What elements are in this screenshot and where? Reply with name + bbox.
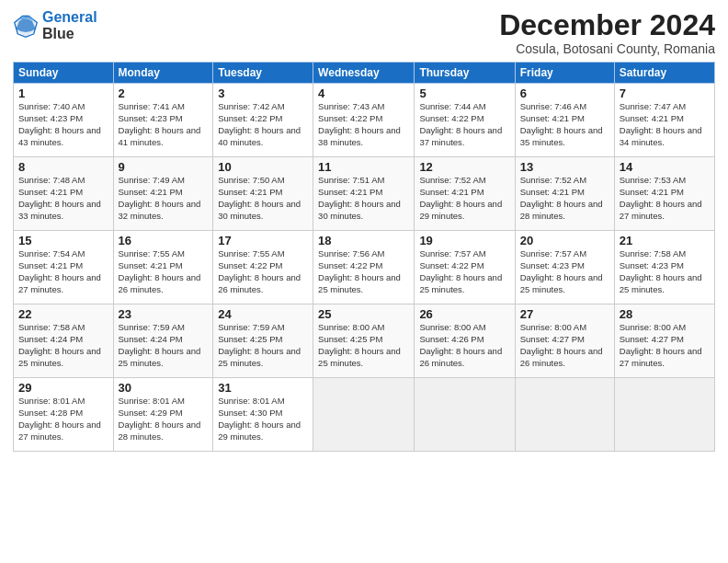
day-info: Sunrise: 7:55 AM Sunset: 4:22 PM Dayligh… — [218, 248, 308, 295]
day-info: Sunrise: 8:00 AM Sunset: 4:26 PM Dayligh… — [419, 322, 509, 369]
header: GeneralBlue December 2024 Cosula, Botosa… — [13, 9, 715, 56]
col-saturday: Saturday — [614, 63, 714, 84]
day-number: 22 — [18, 307, 108, 321]
day-number: 19 — [419, 234, 509, 247]
col-monday: Monday — [113, 63, 213, 84]
day-number: 3 — [218, 86, 308, 100]
day-number: 4 — [318, 86, 409, 100]
col-friday: Friday — [515, 63, 614, 84]
calendar-cell — [515, 378, 614, 452]
day-info: Sunrise: 8:01 AM Sunset: 4:29 PM Dayligh… — [119, 396, 209, 442]
day-number: 20 — [520, 234, 609, 247]
calendar-cell: 15 Sunrise: 7:54 AM Sunset: 4:21 PM Dayl… — [14, 231, 114, 304]
day-number: 2 — [119, 86, 209, 100]
calendar-cell: 17 Sunrise: 7:55 AM Sunset: 4:22 PM Dayl… — [213, 231, 313, 304]
day-number: 27 — [520, 307, 609, 321]
calendar-week-row: 8 Sunrise: 7:48 AM Sunset: 4:21 PM Dayli… — [14, 157, 715, 231]
calendar-week-row: 22 Sunrise: 7:58 AM Sunset: 4:24 PM Dayl… — [14, 304, 715, 378]
calendar-week-row: 15 Sunrise: 7:54 AM Sunset: 4:21 PM Dayl… — [14, 231, 715, 304]
col-tuesday: Tuesday — [213, 63, 313, 84]
calendar-cell: 4 Sunrise: 7:43 AM Sunset: 4:22 PM Dayli… — [313, 84, 415, 157]
calendar-cell: 16 Sunrise: 7:55 AM Sunset: 4:21 PM Dayl… — [113, 231, 213, 304]
day-info: Sunrise: 7:57 AM Sunset: 4:22 PM Dayligh… — [419, 248, 509, 295]
day-number: 13 — [520, 160, 609, 174]
day-info: Sunrise: 7:58 AM Sunset: 4:24 PM Dayligh… — [18, 322, 108, 369]
calendar-cell: 30 Sunrise: 8:01 AM Sunset: 4:29 PM Dayl… — [113, 378, 213, 452]
calendar-cell: 24 Sunrise: 7:59 AM Sunset: 4:25 PM Dayl… — [213, 304, 313, 378]
calendar-cell: 25 Sunrise: 8:00 AM Sunset: 4:25 PM Dayl… — [313, 304, 415, 378]
day-number: 30 — [119, 381, 209, 395]
day-number: 23 — [119, 307, 209, 321]
calendar-cell: 20 Sunrise: 7:57 AM Sunset: 4:23 PM Dayl… — [515, 231, 614, 304]
day-number: 24 — [218, 307, 308, 321]
day-info: Sunrise: 8:00 AM Sunset: 4:25 PM Dayligh… — [318, 322, 409, 369]
calendar-week-row: 29 Sunrise: 8:01 AM Sunset: 4:28 PM Dayl… — [14, 378, 715, 452]
calendar-cell: 12 Sunrise: 7:52 AM Sunset: 4:21 PM Dayl… — [415, 157, 515, 231]
calendar-table: Sunday Monday Tuesday Wednesday Thursday… — [13, 62, 715, 452]
day-info: Sunrise: 7:50 AM Sunset: 4:21 PM Dayligh… — [218, 175, 308, 222]
day-info: Sunrise: 7:59 AM Sunset: 4:24 PM Dayligh… — [119, 322, 209, 369]
day-info: Sunrise: 7:51 AM Sunset: 4:21 PM Dayligh… — [318, 175, 409, 222]
page: GeneralBlue December 2024 Cosula, Botosa… — [0, 0, 728, 563]
day-number: 12 — [419, 160, 509, 174]
calendar-cell: 14 Sunrise: 7:53 AM Sunset: 4:21 PM Dayl… — [614, 157, 714, 231]
calendar-cell: 1 Sunrise: 7:40 AM Sunset: 4:23 PM Dayli… — [14, 84, 114, 157]
logo-icon — [13, 13, 39, 39]
subtitle: Cosula, Botosani County, Romania — [499, 41, 715, 56]
day-info: Sunrise: 7:47 AM Sunset: 4:21 PM Dayligh… — [620, 101, 710, 148]
day-info: Sunrise: 7:56 AM Sunset: 4:22 PM Dayligh… — [318, 248, 409, 295]
day-info: Sunrise: 8:01 AM Sunset: 4:30 PM Dayligh… — [218, 396, 308, 442]
calendar-cell: 13 Sunrise: 7:52 AM Sunset: 4:21 PM Dayl… — [515, 157, 614, 231]
calendar-cell: 21 Sunrise: 7:58 AM Sunset: 4:23 PM Dayl… — [614, 231, 714, 304]
calendar-cell — [614, 378, 714, 452]
calendar-cell: 11 Sunrise: 7:51 AM Sunset: 4:21 PM Dayl… — [313, 157, 415, 231]
day-number: 11 — [318, 160, 409, 174]
day-number: 26 — [419, 307, 509, 321]
calendar-cell: 7 Sunrise: 7:47 AM Sunset: 4:21 PM Dayli… — [614, 84, 714, 157]
calendar-cell: 28 Sunrise: 8:00 AM Sunset: 4:27 PM Dayl… — [614, 304, 714, 378]
day-info: Sunrise: 7:42 AM Sunset: 4:22 PM Dayligh… — [218, 101, 308, 148]
calendar-cell: 9 Sunrise: 7:49 AM Sunset: 4:21 PM Dayli… — [113, 157, 213, 231]
day-info: Sunrise: 7:52 AM Sunset: 4:21 PM Dayligh… — [419, 175, 509, 222]
day-info: Sunrise: 7:54 AM Sunset: 4:21 PM Dayligh… — [18, 248, 108, 295]
col-thursday: Thursday — [415, 63, 515, 84]
calendar-cell: 19 Sunrise: 7:57 AM Sunset: 4:22 PM Dayl… — [415, 231, 515, 304]
day-info: Sunrise: 7:43 AM Sunset: 4:22 PM Dayligh… — [318, 101, 409, 148]
day-number: 10 — [218, 160, 308, 174]
calendar-cell: 3 Sunrise: 7:42 AM Sunset: 4:22 PM Dayli… — [213, 84, 313, 157]
day-info: Sunrise: 8:01 AM Sunset: 4:28 PM Dayligh… — [18, 396, 108, 442]
day-info: Sunrise: 7:48 AM Sunset: 4:21 PM Dayligh… — [18, 175, 108, 222]
day-info: Sunrise: 7:41 AM Sunset: 4:23 PM Dayligh… — [119, 101, 209, 148]
day-number: 8 — [18, 160, 108, 174]
calendar-cell: 10 Sunrise: 7:50 AM Sunset: 4:21 PM Dayl… — [213, 157, 313, 231]
calendar-week-row: 1 Sunrise: 7:40 AM Sunset: 4:23 PM Dayli… — [14, 84, 715, 157]
day-number: 14 — [620, 160, 710, 174]
day-number: 25 — [318, 307, 409, 321]
day-number: 21 — [620, 234, 710, 247]
day-number: 16 — [119, 234, 209, 247]
day-number: 5 — [419, 86, 509, 100]
calendar-cell: 29 Sunrise: 8:01 AM Sunset: 4:28 PM Dayl… — [14, 378, 114, 452]
day-number: 17 — [218, 234, 308, 247]
calendar-cell: 22 Sunrise: 7:58 AM Sunset: 4:24 PM Dayl… — [14, 304, 114, 378]
day-number: 9 — [119, 160, 209, 174]
logo-text: GeneralBlue — [42, 9, 97, 41]
day-number: 18 — [318, 234, 409, 247]
calendar-cell: 6 Sunrise: 7:46 AM Sunset: 4:21 PM Dayli… — [515, 84, 614, 157]
day-info: Sunrise: 7:53 AM Sunset: 4:21 PM Dayligh… — [620, 175, 710, 222]
day-number: 7 — [620, 86, 710, 100]
day-info: Sunrise: 7:46 AM Sunset: 4:21 PM Dayligh… — [520, 101, 609, 148]
day-number: 28 — [620, 307, 710, 321]
day-number: 29 — [18, 381, 108, 395]
logo: GeneralBlue — [13, 9, 97, 41]
day-number: 1 — [18, 86, 108, 100]
calendar-cell — [313, 378, 415, 452]
calendar-cell: 23 Sunrise: 7:59 AM Sunset: 4:24 PM Dayl… — [113, 304, 213, 378]
calendar-cell: 5 Sunrise: 7:44 AM Sunset: 4:22 PM Dayli… — [415, 84, 515, 157]
calendar-cell: 2 Sunrise: 7:41 AM Sunset: 4:23 PM Dayli… — [113, 84, 213, 157]
col-sunday: Sunday — [14, 63, 114, 84]
calendar-cell: 27 Sunrise: 8:00 AM Sunset: 4:27 PM Dayl… — [515, 304, 614, 378]
calendar-cell: 18 Sunrise: 7:56 AM Sunset: 4:22 PM Dayl… — [313, 231, 415, 304]
calendar-cell: 26 Sunrise: 8:00 AM Sunset: 4:26 PM Dayl… — [415, 304, 515, 378]
calendar-cell — [415, 378, 515, 452]
